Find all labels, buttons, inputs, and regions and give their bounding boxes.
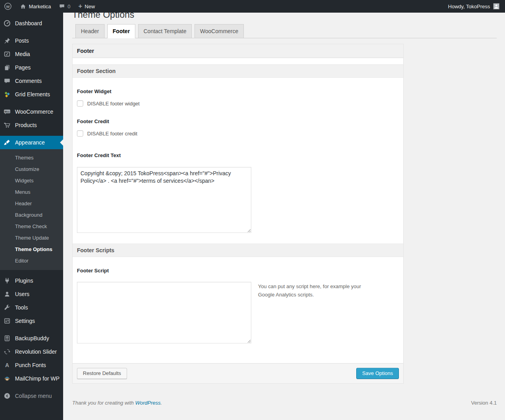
sidebar-subitem-header[interactable]: Header <box>0 198 63 209</box>
footer-credit-text-label: Footer Credit Text <box>77 152 399 158</box>
sidebar-item-posts[interactable]: Posts <box>0 34 63 47</box>
menu-separator <box>0 270 63 274</box>
sidebar-item-backupbuddy[interactable]: BackupBuddy <box>0 332 63 345</box>
theme-options-panel: Footer Footer Section Footer Widget DISA… <box>72 44 404 384</box>
sidebar-item-users[interactable]: Users <box>0 287 63 301</box>
sidebar-item-punch-fonts[interactable]: A Punch Fonts <box>0 358 63 372</box>
menu-separator <box>0 101 63 105</box>
comments-count: 0 <box>67 4 70 9</box>
sidebar-item-woocommerce[interactable]: Woo WooCommerce <box>0 105 63 118</box>
wordpress-logo-menu[interactable]: W <box>0 0 16 13</box>
appearance-submenu: Themes Customize Widgets Menus Header Ba… <box>0 149 63 270</box>
backup-drive-icon <box>3 334 11 342</box>
sidebar-item-plugins[interactable]: Plugins <box>0 274 63 287</box>
mailchimp-monkey-icon <box>3 375 11 382</box>
footer-script-input[interactable] <box>77 282 251 343</box>
sidebar-subitem-menus[interactable]: Menus <box>0 186 63 198</box>
panel-footer: Restore Defaults Save Options <box>73 363 403 383</box>
admin-sidebar: Dashboard Posts Media Pages Comments Gri… <box>0 13 63 420</box>
sidebar-item-comments[interactable]: Comments <box>0 74 63 88</box>
menu-separator <box>0 328 63 332</box>
plug-icon <box>3 277 11 285</box>
disable-footer-widget-label: DISABLE footer widget <box>87 101 140 107</box>
site-menu[interactable]: Marketica <box>16 0 55 13</box>
collapse-arrow-icon <box>3 392 11 400</box>
sliders-icon <box>3 317 11 325</box>
admin-bar: W Marketica 0 + New Howdy, TokoPress <box>0 0 505 13</box>
sidebar-subitem-theme-check[interactable]: Theme Check <box>0 221 63 232</box>
howdy-text: Howdy, TokoPress <box>448 4 490 9</box>
sidebar-subitem-widgets[interactable]: Widgets <box>0 175 63 186</box>
sidebar-item-revolution-slider[interactable]: Revolution Slider <box>0 345 63 358</box>
wordpress-logo-icon: W <box>4 2 12 10</box>
panel-spacer <box>73 58 403 64</box>
sidebar-item-tools[interactable]: Tools <box>0 301 63 314</box>
tab-contact-template[interactable]: Contact Template <box>138 24 192 38</box>
restore-defaults-button[interactable]: Restore Defaults <box>77 368 127 379</box>
dashboard-gauge-icon <box>3 19 11 27</box>
pushpin-icon <box>3 37 11 45</box>
sidebar-item-products[interactable]: Products <box>0 118 63 132</box>
sidebar-item-grid-elements[interactable]: Grid Elements <box>0 88 63 101</box>
plus-icon: + <box>79 3 82 9</box>
sidebar-item-pages[interactable]: Pages <box>0 61 63 74</box>
sidebar-item-media[interactable]: Media <box>0 47 63 61</box>
footer-widget-checkbox-row: DISABLE footer widget <box>77 100 399 107</box>
home-icon <box>20 3 26 10</box>
tab-bar: Header Footer Contact Template WooCommer… <box>72 24 497 38</box>
sidebar-subitem-customize[interactable]: Customize <box>0 163 63 175</box>
disable-footer-credit-checkbox[interactable] <box>77 130 83 137</box>
grid-pinwheel-icon <box>3 90 11 98</box>
sidebar-item-dashboard[interactable]: Dashboard <box>0 17 63 30</box>
comments-menu[interactable]: 0 <box>55 0 74 13</box>
woocommerce-badge-icon: Woo <box>3 108 11 116</box>
sidebar-subitem-background[interactable]: Background <box>0 209 63 221</box>
footer-credit-checkbox-row: DISABLE footer credit <box>77 130 399 137</box>
footer-scripts-header: Footer Scripts <box>73 244 403 257</box>
admin-footer: Thank you for creating with WordPress. V… <box>72 400 497 406</box>
comment-bubble-icon <box>3 77 11 85</box>
comment-bubble-icon <box>59 3 65 9</box>
menu-separator <box>0 132 63 136</box>
tab-header[interactable]: Header <box>75 24 105 38</box>
sidebar-subitem-theme-update[interactable]: Theme Update <box>0 232 63 244</box>
user-icon <box>3 290 11 298</box>
account-menu[interactable]: Howdy, TokoPress <box>448 0 505 13</box>
sidebar-item-mailchimp[interactable]: MailChimp for WP <box>0 372 63 385</box>
sidebar-item-settings[interactable]: Settings <box>0 314 63 328</box>
sidebar-item-collapse-menu[interactable]: Collapse menu <box>0 389 63 403</box>
wrench-icon <box>3 304 11 311</box>
footer-scripts-body: Footer Script You can put any script her… <box>73 257 403 363</box>
new-menu[interactable]: + New <box>75 0 99 13</box>
footer-script-label: Footer Script <box>77 268 399 274</box>
pages-icon <box>3 64 11 71</box>
save-options-button[interactable]: Save Options <box>356 368 399 379</box>
tab-footer[interactable]: Footer <box>107 24 136 38</box>
svg-text:W: W <box>6 4 10 9</box>
menu-separator <box>0 30 63 34</box>
menu-separator <box>0 385 63 389</box>
new-label: New <box>85 4 95 9</box>
disable-footer-widget-checkbox[interactable] <box>77 100 83 107</box>
wordpress-link[interactable]: WordPress <box>135 400 161 406</box>
letter-a-icon: A <box>3 361 11 369</box>
footer-widget-label: Footer Widget <box>77 88 399 94</box>
sidebar-subitem-editor[interactable]: Editor <box>0 255 63 266</box>
media-icon <box>3 50 11 58</box>
tab-woocommerce[interactable]: WooCommerce <box>195 24 244 38</box>
disable-footer-credit-label: DISABLE footer credit <box>87 131 137 137</box>
footer-section-body: Footer Widget DISABLE footer widget Foot… <box>73 78 403 244</box>
main-content: Theme Options Header Footer Contact Temp… <box>63 0 505 406</box>
sidebar-subitem-theme-options[interactable]: Theme Options <box>0 244 63 255</box>
panel-header: Footer <box>73 44 403 58</box>
avatar <box>493 3 499 9</box>
svg-text:Woo: Woo <box>5 111 10 113</box>
footer-credit-text-input[interactable]: Copyright &copy; 2015 TokoPress<span><a … <box>77 167 251 233</box>
sidebar-item-appearance[interactable]: Appearance <box>0 136 63 149</box>
version-text: Version 4.1 <box>471 400 497 406</box>
sidebar-subitem-themes[interactable]: Themes <box>0 152 63 163</box>
thanks-text: Thank you for creating with WordPress. <box>72 400 162 406</box>
shopping-cart-icon <box>3 121 11 129</box>
paintbrush-icon <box>3 139 11 146</box>
footer-section-header: Footer Section <box>73 64 403 78</box>
